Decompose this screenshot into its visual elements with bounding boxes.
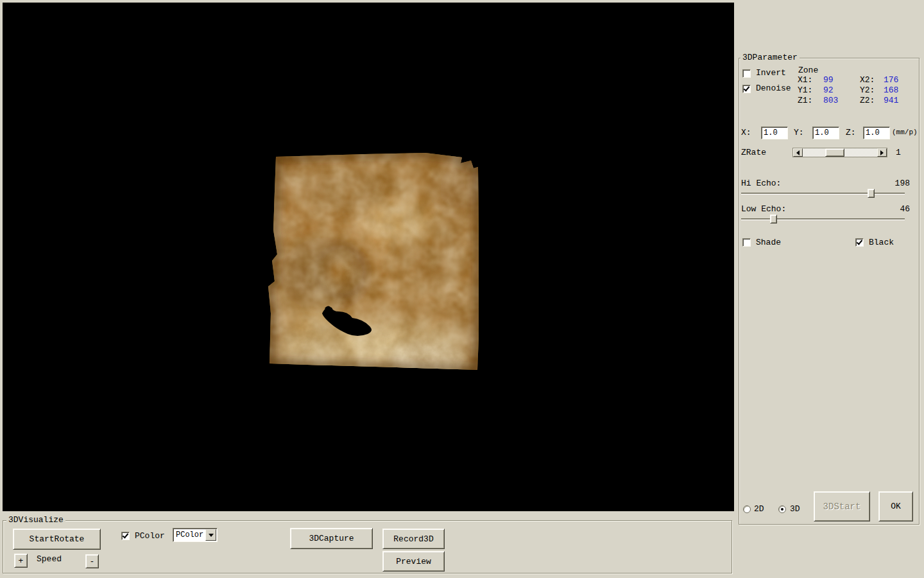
x-spacing-label: X:: [741, 128, 751, 137]
visualize-group-title: 3DVisualize: [6, 516, 65, 525]
zrate-scrollbar-track[interactable]: [803, 148, 877, 157]
zrate-scrollbar-thumb[interactable]: [825, 148, 844, 157]
zone-title: Zone: [798, 66, 818, 75]
hi-echo-value: 198: [893, 179, 910, 188]
hi-echo-slider-thumb[interactable]: [868, 189, 875, 198]
zone-y2-value: 168: [884, 86, 898, 95]
zone-z1-label: Z1:: [798, 96, 812, 105]
scroll-right-icon: [880, 150, 884, 155]
z-spacing-input[interactable]: [863, 127, 890, 139]
record-3d-button[interactable]: Record3D: [382, 529, 445, 549]
black-label: Black: [869, 238, 894, 247]
zrate-scroll-right-button[interactable]: [877, 148, 887, 157]
speed-label: Speed: [37, 555, 62, 564]
render-viewport-3d[interactable]: [3, 3, 734, 511]
y-spacing-input[interactable]: [812, 127, 839, 139]
denoise-label: Denoise: [756, 84, 791, 93]
zrate-scroll-left-button[interactable]: [793, 148, 803, 157]
low-echo-slider-track[interactable]: [741, 218, 905, 220]
pcolor-dropdown-button[interactable]: [205, 529, 216, 541]
zone-x2-label: X2:: [860, 76, 875, 85]
hi-echo-slider-track[interactable]: [741, 193, 905, 195]
zone-z2-label: Z2:: [860, 96, 875, 105]
spacing-unit-label: (mm/p): [892, 128, 918, 137]
hi-echo-slider[interactable]: [741, 189, 905, 198]
mode-2d-radio[interactable]: [743, 505, 751, 513]
zone-y1-label: Y1:: [798, 86, 812, 95]
start-rotate-button[interactable]: StartRotate: [13, 529, 101, 550]
pcolor-dropdown[interactable]: PColor: [173, 528, 218, 542]
ok-button[interactable]: OK: [878, 491, 913, 521]
capture-3d-button[interactable]: 3DCapture: [290, 528, 373, 549]
scroll-left-icon: [796, 150, 800, 155]
start-3d-button[interactable]: 3DStart: [814, 491, 870, 521]
hi-echo-label: Hi Echo:: [741, 179, 781, 188]
speed-minus-button[interactable]: -: [85, 554, 99, 568]
preview-button[interactable]: Preview: [382, 551, 445, 572]
mode-3d-radio[interactable]: [778, 505, 786, 513]
shade-label: Shade: [756, 238, 781, 247]
zone-z2-value: 941: [884, 96, 898, 105]
low-echo-label: Low Echo:: [741, 205, 786, 214]
black-checkbox[interactable]: [855, 238, 864, 247]
low-echo-slider[interactable]: [741, 215, 905, 223]
shade-checkbox[interactable]: [742, 238, 751, 247]
zone-y1-value: 92: [823, 86, 834, 95]
mode-3d-label: 3D: [790, 505, 800, 514]
denoise-checkbox[interactable]: [742, 85, 751, 93]
invert-label: Invert: [756, 69, 786, 78]
zone-x2-value: 176: [884, 76, 898, 85]
low-echo-slider-thumb[interactable]: [770, 215, 777, 223]
parameter-group-title: 3DParameter: [740, 53, 800, 62]
z-spacing-label: Z:: [846, 128, 856, 137]
zrate-label: ZRate: [741, 148, 766, 157]
volume-render-area: [268, 153, 479, 371]
pcolor-checkbox[interactable]: [121, 532, 130, 540]
pcolor-checkbox-label: PColor: [135, 532, 165, 541]
mode-2d-label: 2D: [754, 505, 764, 514]
ultrasound-volume-image: [268, 153, 479, 371]
zone-x1-value: 99: [823, 76, 834, 85]
low-echo-value: 46: [893, 205, 910, 214]
chevron-down-icon: [209, 534, 214, 537]
zrate-value: 1: [896, 148, 901, 157]
x-spacing-input[interactable]: [761, 127, 788, 139]
pcolor-dropdown-value: PColor: [173, 530, 205, 539]
y-spacing-label: Y:: [794, 128, 804, 137]
zrate-scrollbar[interactable]: [792, 148, 887, 157]
zone-x1-label: X1:: [798, 76, 812, 85]
zone-z1-value: 803: [823, 96, 838, 105]
zone-y2-label: Y2:: [860, 86, 875, 95]
invert-checkbox[interactable]: [742, 69, 751, 78]
speed-plus-button[interactable]: +: [14, 554, 28, 568]
